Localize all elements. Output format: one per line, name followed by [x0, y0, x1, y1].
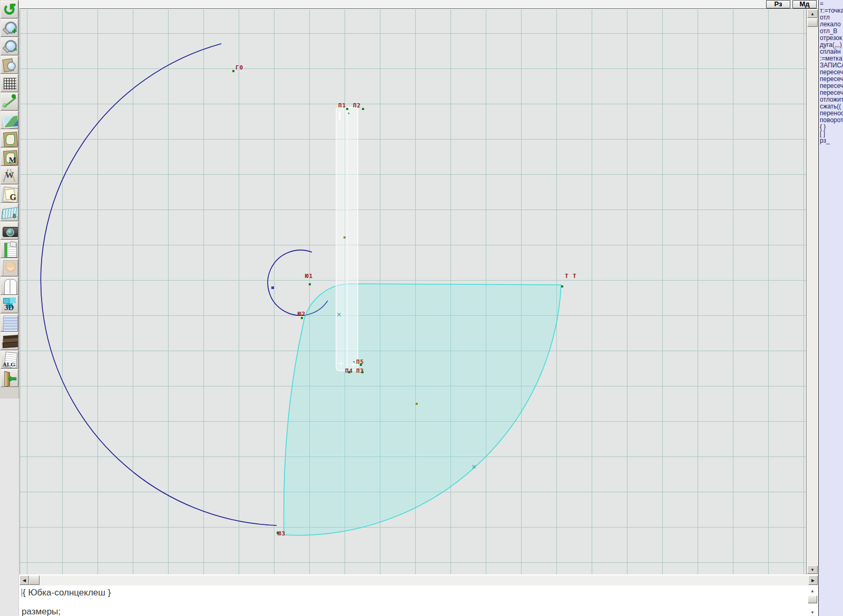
top-bar: Рз Мд: [19, 0, 818, 9]
canvas-horizontal-scrollbar[interactable]: ◀ ▶: [19, 575, 818, 585]
point-marker: [309, 283, 311, 285]
toolbar-empty-area: [0, 399, 19, 616]
alg-icon[interactable]: ALG: [1, 351, 18, 369]
arrow-right-icon: ▶: [811, 578, 815, 583]
arrow-up-icon: ▲: [810, 589, 815, 593]
scroll-right-button[interactable]: ▶: [808, 575, 818, 585]
skirt-sector-piece[interactable]: [284, 284, 561, 535]
editor-scroll-up-button[interactable]: ▲: [808, 588, 817, 594]
zoom-in-icon[interactable]: +: [1, 19, 18, 37]
image-icon[interactable]: [1, 111, 18, 129]
grading-g-icon[interactable]: G: [1, 185, 18, 203]
scroll-up-button[interactable]: ▲: [807, 9, 818, 18]
point-marker: [338, 361, 344, 366]
pattern-m-icon[interactable]: M: [1, 148, 18, 166]
point-marker: [350, 362, 356, 367]
spreadsheet-icon[interactable]: [1, 240, 18, 258]
point-label: Ю1: [305, 273, 313, 280]
command-panel: =т:=точкаотллекалоотл_Вотрезокдуга(,,,)с…: [818, 0, 843, 616]
point-label: Г0: [236, 64, 243, 71]
books-icon[interactable]: [1, 332, 18, 350]
editor-line-sizes: размеры;: [22, 607, 806, 616]
text-cursor: [22, 589, 22, 597]
point-marker: [362, 108, 364, 110]
point-marker: [339, 112, 340, 120]
horizontal-scroll-thumb[interactable]: [29, 575, 40, 585]
measure-line-icon[interactable]: [1, 93, 18, 111]
drafting-tools-icon[interactable]: W: [1, 166, 18, 184]
point-label: П2: [353, 102, 361, 109]
point-marker: [416, 403, 418, 405]
arrow-down-icon: ▼: [810, 610, 815, 615]
point-marker: [347, 113, 348, 120]
editor-blank-line: [22, 598, 806, 607]
point-marker: [271, 286, 274, 289]
waistband-piece[interactable]: [336, 107, 358, 371]
editor-line-title: { Юбка-солнцеклеш }: [22, 588, 806, 598]
undo-icon[interactable]: ↺: [1, 1, 18, 18]
garment-icon[interactable]: [1, 277, 18, 295]
command-item[interactable]: рз_: [820, 137, 843, 144]
grid-icon[interactable]: [1, 74, 18, 92]
text-list-icon[interactable]: [1, 314, 18, 332]
arrow-up-icon: ▲: [810, 12, 815, 16]
point-marker: [561, 285, 563, 287]
pattern-card-icon[interactable]: [1, 130, 18, 147]
program-text-editor[interactable]: { Юбка-солнцеклеш } размеры;: [19, 586, 806, 616]
point-label: Т: [565, 273, 569, 280]
camera-icon[interactable]: [1, 222, 18, 240]
hem-circle-curve[interactable]: [41, 44, 277, 525]
toolbar: ↺ + ▫ M W G 8: [0, 0, 19, 399]
point-marker: [277, 532, 279, 534]
rz-mode-button[interactable]: Рз: [766, 0, 790, 8]
pattern-drawing: [20, 9, 806, 574]
arrow-left-icon: ◀: [23, 578, 26, 583]
point-marker: [348, 371, 350, 373]
point-label: Т: [573, 273, 577, 280]
point-marker: [232, 70, 234, 72]
ruler-icon[interactable]: 8: [1, 203, 18, 221]
editor-scroll-down-button[interactable]: ▼: [808, 609, 817, 616]
md-mode-button[interactable]: Мд: [792, 0, 817, 8]
point-marker: [344, 236, 346, 239]
editor-vertical-scrollbar[interactable]: ▲ ▼: [808, 587, 818, 616]
point-label: Ю3: [278, 530, 286, 537]
exit-icon[interactable]: ⇐: [1, 369, 18, 387]
preview-page-icon[interactable]: [1, 56, 18, 74]
vertical-scroll-thumb[interactable]: [807, 18, 818, 27]
zoom-out-icon[interactable]: ▫: [1, 37, 18, 55]
editor-scroll-thumb[interactable]: [808, 595, 817, 603]
point-marker: [346, 108, 348, 110]
point-marker: [360, 364, 362, 366]
3d-icon[interactable]: 3D: [1, 295, 18, 313]
point-marker: [361, 371, 364, 373]
model-photo-icon[interactable]: [1, 259, 18, 276]
canvas-vertical-scrollbar[interactable]: ▲ ▼: [806, 9, 818, 574]
drawing-canvas[interactable]: Г0П1П2Ю1Ю2Ю3ТТП5П4П3: [19, 9, 806, 574]
leko-cad-window: ↺ + ▫ M W G 8: [0, 0, 843, 616]
point-label: П1: [338, 102, 346, 109]
scroll-left-button[interactable]: ◀: [19, 575, 29, 585]
arrow-down-icon: ▼: [810, 568, 815, 572]
point-marker: [301, 317, 303, 319]
scroll-down-button[interactable]: ▼: [807, 565, 818, 574]
